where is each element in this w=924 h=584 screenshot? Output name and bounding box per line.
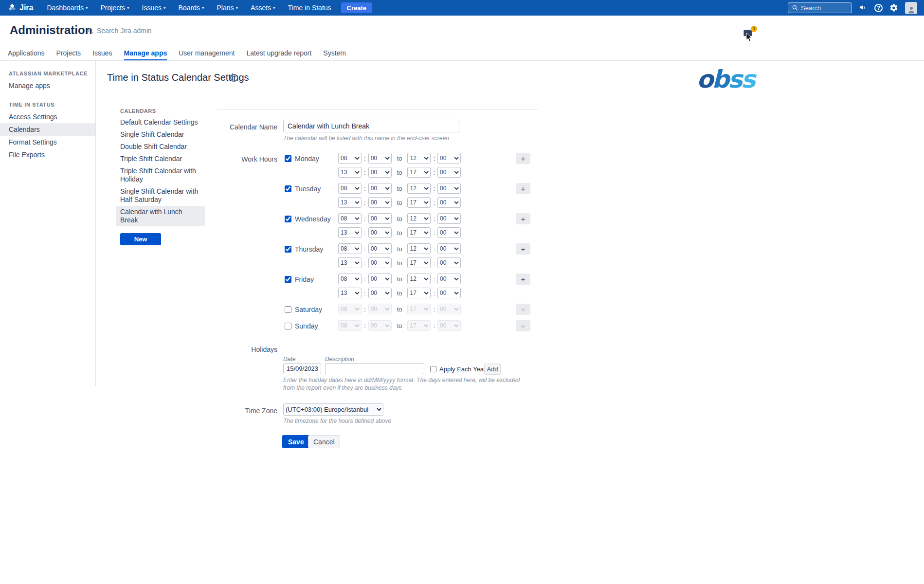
topnav-item-assets[interactable]: Assets▾ (251, 4, 275, 12)
time-select[interactable]: 13 (338, 257, 362, 268)
time-select[interactable]: 13 (338, 227, 362, 238)
time-select[interactable]: 00 (437, 167, 461, 178)
time-select[interactable]: 13 (338, 167, 362, 178)
time-select[interactable]: 17 (407, 227, 431, 238)
tab-applications[interactable]: Applications (8, 47, 45, 60)
calendar-item-triple-shift-calendar[interactable]: Triple Shift Calendar (116, 153, 205, 165)
sidebar-item-file-exports[interactable]: File Exports (0, 148, 95, 161)
time-select[interactable]: 00 (437, 243, 461, 254)
calendar-list: Default Calendar SettingsSingle Shift Ca… (116, 116, 205, 226)
time-select[interactable]: 08 (338, 243, 362, 254)
topnav-item-plans[interactable]: Plans▾ (217, 4, 238, 12)
time-select[interactable]: 00 (368, 227, 392, 238)
day-checkbox[interactable] (285, 216, 291, 222)
time-select[interactable]: 08 (338, 274, 362, 284)
calendar-item-triple-shift-calendar-with-holiday[interactable]: Triple Shift Calendar with Holiday (116, 165, 205, 185)
time-select[interactable]: 00 (368, 167, 392, 178)
day-checkbox[interactable] (285, 185, 291, 192)
time-select[interactable]: 00 (437, 183, 461, 194)
calendar-item-double-shift-calendar[interactable]: Double Shift Calendar (116, 141, 205, 153)
day-checkbox[interactable] (285, 306, 291, 313)
day-checkbox[interactable] (285, 246, 291, 253)
time-select[interactable]: 00 (368, 243, 392, 254)
day-checkbox[interactable] (285, 276, 291, 283)
time-select[interactable]: 00 (437, 153, 461, 164)
day-checkbox[interactable] (285, 323, 291, 329)
tab-user-management[interactable]: User management (179, 47, 235, 60)
calendar-name-input[interactable] (283, 120, 459, 132)
add-time-range-button[interactable]: + (516, 274, 530, 285)
time-select[interactable]: 12 (407, 183, 431, 194)
time-select[interactable]: 00 (368, 274, 392, 284)
holiday-description-input[interactable] (325, 363, 424, 374)
day-checkbox[interactable] (285, 155, 291, 162)
add-time-range-button[interactable]: + (516, 243, 530, 255)
time-select[interactable]: 12 (407, 213, 431, 224)
topnav-item-time-in-status[interactable]: Time in Status (288, 4, 331, 12)
calendar-item-single-shift-calendar-with-half-saturday[interactable]: Single Shift Calendar with Half Saturday (116, 185, 205, 206)
time-select[interactable]: 00 (437, 213, 461, 224)
tab-projects[interactable]: Projects (56, 47, 81, 60)
time-select[interactable]: 00 (368, 257, 392, 268)
tab-latest-upgrade-report[interactable]: Latest upgrade report (246, 47, 311, 60)
add-time-range-button[interactable]: + (516, 213, 530, 224)
add-time-range-button[interactable]: + (516, 183, 530, 194)
add-time-range-button[interactable]: + (516, 153, 530, 164)
admin-search[interactable] (88, 27, 189, 35)
jira-logo[interactable]: Jira (8, 3, 33, 12)
time-select[interactable]: 17 (407, 257, 431, 268)
sidebar-item-manage-apps[interactable]: Manage apps (0, 79, 95, 92)
apply-each-year-checkbox[interactable] (430, 366, 436, 372)
time-select[interactable]: 12 (407, 274, 431, 284)
megaphone-icon[interactable] (859, 4, 868, 12)
calendar-item-default-calendar-settings[interactable]: Default Calendar Settings (116, 116, 205, 128)
holiday-date-input[interactable] (283, 363, 321, 374)
time-select[interactable]: 17 (407, 288, 431, 298)
calendar-item-calendar-with-lunch-break[interactable]: Calendar with Lunch Break (116, 206, 205, 226)
time-select[interactable]: 00 (368, 153, 392, 164)
page-help-icon[interactable]: ? (230, 74, 238, 82)
time-select[interactable]: 12 (407, 153, 431, 164)
time-select[interactable]: 00 (437, 227, 461, 238)
cancel-button[interactable]: Cancel (308, 435, 340, 448)
sidebar-item-access-settings[interactable]: Access Settings (0, 110, 95, 123)
topnav-item-dashboards[interactable]: Dashboards▾ (47, 4, 88, 12)
sidebar-item-format-settings[interactable]: Format Settings (0, 136, 95, 148)
topnav-item-boards[interactable]: Boards▾ (179, 4, 204, 12)
save-button[interactable]: Save (282, 435, 310, 448)
time-select[interactable]: 00 (437, 288, 461, 298)
topnav-item-issues[interactable]: Issues▾ (142, 4, 166, 12)
new-calendar-button[interactable]: New (120, 233, 161, 245)
time-select[interactable]: 00 (437, 257, 461, 268)
time-select[interactable]: 12 (407, 243, 431, 254)
time-select[interactable]: 08 (338, 183, 362, 194)
time-select[interactable]: 17 (407, 167, 431, 178)
global-search[interactable] (788, 2, 852, 13)
timezone-select[interactable]: (UTC+03:00) Europe/Istanbul (283, 403, 383, 416)
sidebar-item-calendars[interactable]: Calendars (0, 123, 95, 136)
time-select[interactable]: 08 (338, 213, 362, 224)
tab-system[interactable]: System (323, 47, 346, 60)
time-select[interactable]: 17 (407, 197, 431, 208)
time-select[interactable]: 00 (368, 288, 392, 298)
help-icon[interactable]: ? (874, 4, 883, 12)
create-button[interactable]: Create (341, 2, 372, 13)
time-select[interactable]: 13 (338, 197, 362, 208)
chevron-down-icon: ▾ (86, 5, 88, 10)
tab-issues[interactable]: Issues (92, 47, 112, 60)
time-select[interactable]: 00 (368, 197, 392, 208)
admin-search-input[interactable] (97, 27, 189, 35)
user-avatar[interactable] (905, 2, 917, 14)
add-holiday-button[interactable]: Add (484, 364, 501, 375)
time-select[interactable]: 00 (368, 183, 392, 194)
gear-icon[interactable] (889, 3, 898, 12)
time-select[interactable]: 13 (338, 288, 362, 298)
calendar-item-single-shift-calendar[interactable]: Single Shift Calendar (116, 128, 205, 141)
time-select[interactable]: 00 (437, 274, 461, 284)
time-select[interactable]: 00 (368, 213, 392, 224)
global-search-input[interactable] (801, 4, 848, 12)
tab-manage-apps[interactable]: Manage apps (124, 47, 167, 60)
time-select[interactable]: 00 (437, 197, 461, 208)
time-select[interactable]: 08 (338, 153, 362, 164)
topnav-item-projects[interactable]: Projects▾ (101, 4, 129, 12)
